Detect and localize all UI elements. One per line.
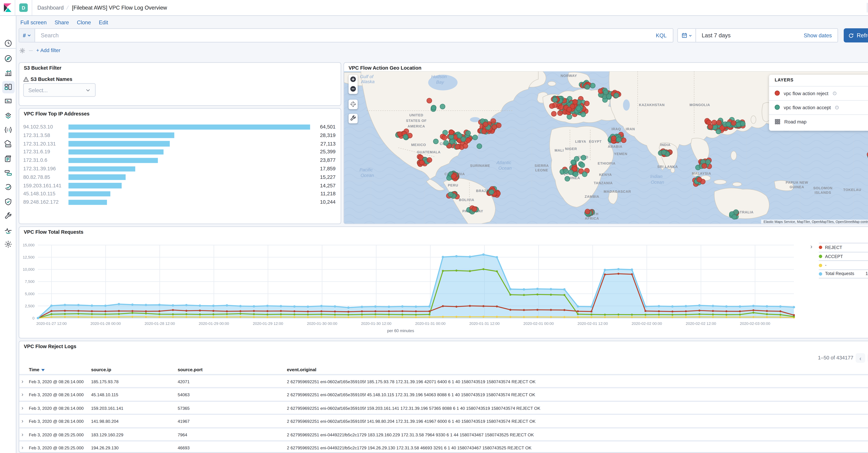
map-dot-reject[interactable] bbox=[491, 118, 496, 123]
legend-row-accept[interactable]: ACCEPT253 bbox=[819, 252, 868, 261]
map-dot-accept[interactable] bbox=[450, 139, 455, 144]
ip-bar[interactable] bbox=[68, 124, 310, 130]
sidebar-item-siem[interactable] bbox=[0, 194, 17, 208]
map-dot-reject[interactable] bbox=[621, 138, 626, 142]
previous-page-button[interactable]: ‹ bbox=[856, 353, 865, 363]
map-dot-accept[interactable] bbox=[403, 134, 408, 139]
map-dot-accept[interactable] bbox=[706, 159, 711, 164]
layer-row-vpc-flow-action-reject[interactable]: vpc flow action reject bbox=[769, 86, 868, 100]
map-dot-reject[interactable] bbox=[427, 157, 432, 162]
s3-bucket-select[interactable]: Select... bbox=[23, 83, 96, 97]
map-dot-accept[interactable] bbox=[726, 122, 731, 126]
map-dot-reject[interactable] bbox=[451, 174, 456, 179]
map-dot-accept[interactable] bbox=[466, 130, 471, 135]
time-range-value[interactable]: Last 7 days bbox=[696, 32, 804, 38]
map-dot-reject[interactable] bbox=[558, 105, 563, 110]
map-dot-reject[interactable] bbox=[611, 135, 616, 140]
sidebar-item-machine-learning[interactable] bbox=[0, 123, 17, 137]
ip-bar[interactable] bbox=[68, 158, 158, 163]
map-dot-accept[interactable] bbox=[571, 159, 576, 164]
kql-button[interactable]: KQL bbox=[650, 32, 673, 38]
map-dot-accept[interactable] bbox=[568, 170, 574, 174]
map-dot-accept[interactable] bbox=[616, 137, 621, 142]
map-dot-accept[interactable] bbox=[581, 155, 586, 160]
menu-item-full-screen[interactable]: Full screen bbox=[20, 19, 46, 26]
map-dot-accept[interactable] bbox=[740, 121, 745, 126]
sidebar-item-recently-viewed[interactable] bbox=[0, 36, 17, 50]
expand-row-chevron-icon[interactable]: › bbox=[22, 391, 24, 398]
map-dot-reject[interactable] bbox=[492, 124, 497, 129]
map-dot-reject[interactable] bbox=[584, 101, 589, 105]
sidebar-item-dashboard[interactable] bbox=[0, 80, 17, 94]
map-dot-accept[interactable] bbox=[585, 84, 590, 89]
map-dot-reject[interactable] bbox=[463, 143, 468, 148]
sidebar-item-apm[interactable] bbox=[0, 166, 17, 180]
map-dot-reject[interactable] bbox=[697, 177, 702, 182]
map-dot-reject[interactable] bbox=[572, 99, 578, 104]
menu-item-share[interactable]: Share bbox=[55, 19, 69, 26]
map-dot-accept[interactable] bbox=[448, 192, 453, 197]
map-dot-reject[interactable] bbox=[702, 163, 707, 168]
expand-row-chevron-icon[interactable]: › bbox=[22, 378, 24, 384]
column-header-time[interactable]: Time bbox=[29, 367, 44, 372]
map-dot-reject[interactable] bbox=[731, 120, 736, 125]
sidebar-item-visualize[interactable] bbox=[0, 66, 17, 79]
map-dot-accept[interactable] bbox=[461, 136, 466, 141]
world-map[interactable]: Gulf ofAlaskaHudsonBayPacificOceanAtlant… bbox=[344, 71, 868, 224]
expand-row-chevron-icon[interactable]: › bbox=[22, 404, 24, 411]
add-filter-button[interactable]: + Add filter bbox=[36, 48, 60, 53]
ip-bar[interactable] bbox=[68, 191, 111, 197]
map-dot-reject[interactable] bbox=[483, 122, 488, 126]
map-dot-reject[interactable] bbox=[558, 111, 563, 115]
map-dot-reject[interactable] bbox=[442, 135, 447, 140]
map-dot-accept[interactable] bbox=[477, 144, 482, 148]
map-dot-accept[interactable] bbox=[716, 129, 721, 133]
ip-bar[interactable] bbox=[68, 200, 107, 205]
map-dot-reject[interactable] bbox=[716, 120, 721, 125]
refresh-button[interactable]: Refresh bbox=[844, 28, 868, 42]
map-dot-accept[interactable] bbox=[590, 83, 595, 88]
legend-collapse-chevron-icon[interactable]: › bbox=[810, 243, 812, 250]
expand-row-chevron-icon[interactable]: › bbox=[22, 431, 24, 437]
map-dot-accept[interactable] bbox=[573, 171, 578, 176]
map-dot-reject[interactable] bbox=[466, 138, 471, 142]
map-dot-accept[interactable] bbox=[431, 105, 436, 110]
map-dot-accept[interactable] bbox=[433, 139, 438, 144]
legend-row-total-requests[interactable]: Total Requests1,226 bbox=[819, 269, 868, 278]
tools-wrench-button[interactable] bbox=[349, 114, 358, 123]
legend-row-reject[interactable]: REJECT863 bbox=[819, 243, 868, 251]
dashboard-app-badge[interactable]: D bbox=[15, 0, 32, 15]
search-input[interactable] bbox=[35, 32, 650, 38]
map-dot-reject[interactable] bbox=[551, 111, 556, 116]
ip-bar[interactable] bbox=[68, 166, 135, 172]
show-dates-button[interactable]: Show dates bbox=[804, 32, 837, 38]
map-dot-accept[interactable] bbox=[565, 176, 570, 181]
breadcrumb-dashboard[interactable]: Dashboard bbox=[37, 4, 64, 11]
map-dot-reject[interactable] bbox=[550, 103, 555, 108]
filter-set-button[interactable]: # bbox=[19, 29, 35, 42]
sidebar-item-dev-tools[interactable] bbox=[0, 209, 17, 222]
calendar-dropdown-button[interactable] bbox=[678, 29, 696, 42]
sidebar-item-maps[interactable] bbox=[0, 109, 17, 122]
map-dot-reject[interactable] bbox=[455, 144, 460, 149]
map-dot-reject[interactable] bbox=[567, 107, 572, 112]
map-dot-accept[interactable] bbox=[732, 214, 737, 219]
map-dot-accept[interactable] bbox=[567, 114, 572, 119]
expand-row-chevron-icon[interactable]: › bbox=[22, 444, 24, 451]
kibana-logo-button[interactable] bbox=[0, 0, 15, 15]
map-dot-accept[interactable] bbox=[614, 93, 619, 98]
map-dot-accept[interactable] bbox=[661, 150, 666, 154]
filter-options-gear-icon[interactable] bbox=[19, 47, 26, 54]
ip-bar[interactable] bbox=[68, 141, 170, 146]
ip-bar[interactable] bbox=[68, 133, 175, 138]
sidebar-item-uptime[interactable] bbox=[0, 180, 17, 194]
map-dot-accept[interactable] bbox=[563, 169, 568, 173]
map-dot-accept[interactable] bbox=[712, 124, 717, 129]
map-dot-reject[interactable] bbox=[419, 160, 424, 164]
column-header-event-original[interactable]: event.original bbox=[287, 367, 316, 372]
set-view-button[interactable] bbox=[349, 99, 358, 109]
map-dot-reject[interactable] bbox=[572, 166, 578, 171]
map-dot-accept[interactable] bbox=[552, 97, 557, 102]
map-dot-accept[interactable] bbox=[440, 104, 445, 109]
menu-item-clone[interactable]: Clone bbox=[77, 19, 91, 26]
